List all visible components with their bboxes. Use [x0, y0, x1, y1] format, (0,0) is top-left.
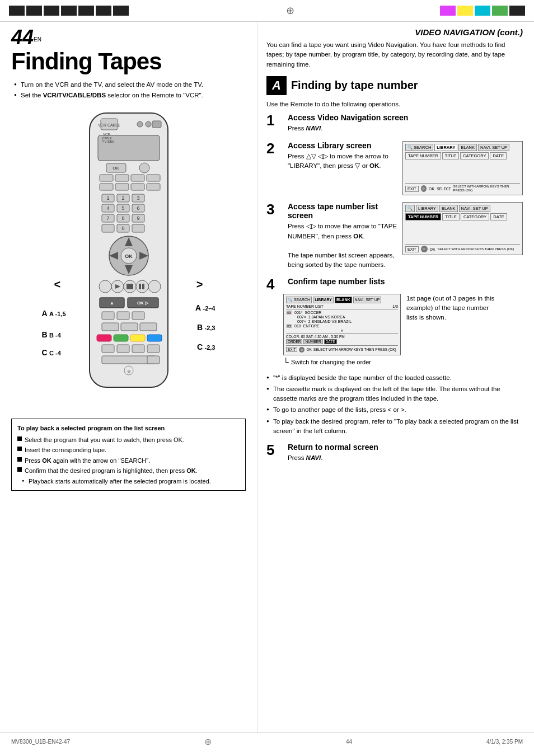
step-1-title: Access Video Navigation screen	[288, 113, 523, 122]
bar-block-6	[96, 6, 111, 16]
arrow-left-icon: <	[54, 278, 61, 291]
confirm-order-btn-1[interactable]: ORDER	[286, 339, 302, 344]
cell-tape-number: TAPE NUMBER	[405, 152, 441, 159]
screen-3-footer: EXIT ⊙ OK SELECT WITH ARROW KEYS THEN PR…	[405, 244, 520, 252]
confirm-scroll: ▼	[286, 328, 398, 333]
confirm-item-4: 📼 010 ENTORE	[286, 324, 398, 328]
svg-text:*TV /DBS: *TV /DBS	[102, 140, 114, 143]
step-1-content: Access Video Navigation screen Press NAV…	[288, 113, 523, 133]
screen3-ok-icon: ⊙	[421, 246, 428, 252]
compass-icon: ⊕	[286, 4, 294, 17]
tab-library: LIBRARY	[434, 144, 457, 151]
item4-icon: 📼	[286, 324, 292, 328]
step-4-note: 1st page (out of 3 pages in this example…	[406, 294, 499, 323]
svg-text:OK ▷: OK ▷	[137, 300, 148, 306]
item3-num: 007×	[297, 320, 306, 323]
item3-spacer	[286, 320, 295, 323]
color-block-dark	[509, 6, 525, 16]
screen3-tab-library: LIBRARY	[416, 205, 438, 212]
bullet-square-4	[17, 467, 22, 472]
screen3-ok-label: OK	[430, 247, 435, 251]
intro-bullet-1: Turn on the VCR and the TV, and select t…	[14, 80, 246, 89]
svg-point-55	[148, 280, 161, 293]
bar-block-4	[61, 6, 77, 16]
color-block-yellow	[457, 6, 473, 16]
svg-text:2: 2	[121, 195, 124, 201]
step-1-body: Press NAVI.	[288, 124, 523, 133]
color-block-magenta	[440, 6, 456, 16]
step-5-number: 5	[266, 443, 283, 457]
label-c4: C C -4	[42, 348, 61, 357]
svg-rect-39	[132, 224, 144, 232]
svg-text:VCR CABLE: VCR CABLE	[98, 123, 120, 127]
remote-svg: VCR CABLE OK	[62, 107, 196, 398]
select-instruction: SELECT WITH ARROW KEYS THEN PRESS (OK)	[453, 185, 521, 192]
tab-navi-setup: NAVI. SET UP	[478, 144, 509, 151]
screen-2-header: 🔍 SEARCH LIBRARY BLANK NAVI. SET UP	[405, 144, 520, 151]
svg-rect-64	[121, 323, 138, 331]
screen3-cell-date: DATE	[490, 213, 507, 220]
svg-rect-16	[131, 184, 144, 190]
right-bullet-2: The cassette mark is displayed on the le…	[266, 384, 523, 404]
ctab-search: 🔍 SEARCH	[286, 297, 312, 303]
svg-rect-36	[102, 224, 114, 232]
step-3-number: 3	[266, 202, 283, 217]
svg-rect-66	[97, 335, 111, 341]
info-box-item-4: Confirm that the desired program is high…	[17, 466, 240, 476]
section-a-letter: A	[272, 78, 281, 93]
step-4-details: 🔍 SEARCH LIBRARY BLANK NAVI. SET UP TAPE…	[283, 294, 523, 355]
bar-block-7	[113, 6, 129, 16]
select-label: SELECT	[437, 187, 451, 191]
info-box-item-2: Insert the corresponding tape.	[17, 445, 240, 455]
svg-text:VCR: VCR	[103, 133, 110, 136]
bottom-compass-icon: ⊕	[204, 736, 212, 747]
confirm-page: 1/3	[392, 304, 398, 308]
svg-text:5: 5	[121, 205, 124, 211]
svg-rect-14	[100, 184, 113, 190]
confirm-footer-buttons: ORDER NUMBER DATE	[286, 339, 398, 344]
tab-search: 🔍 SEARCH	[405, 144, 433, 151]
step-3-screen: 🔍 LIBRARY BLANK NAVI. SET UP TAPE NUMBER…	[402, 202, 523, 255]
cf-ok-icon: ⊙	[299, 347, 305, 353]
svg-rect-60	[102, 312, 114, 320]
info-box-title: To play back a selected program on the l…	[17, 424, 240, 433]
item1-num: 001*	[294, 311, 302, 314]
screen-2-content-area	[405, 161, 520, 183]
confirm-tape-number-list-label: TAPE NUMBER LIST	[286, 304, 324, 308]
svg-rect-63	[102, 323, 119, 331]
info-box-item-3: Press OK again with the arrow on "SEARCH…	[17, 456, 240, 466]
confirm-screen-footer: EXIT ⊙ OK SELECT WITH ARROW KEYS THEN PR…	[286, 345, 398, 353]
cf-exit: EXIT	[286, 347, 297, 352]
section-title: VIDEO NAVIGATION (cont.)	[415, 23, 523, 37]
svg-text:6: 6	[137, 205, 139, 211]
screen-3-content-area	[405, 222, 520, 244]
confirm-item-3: 007× 2 ENGLAND VS BRAZIL	[286, 320, 398, 323]
bar-block-2	[26, 6, 42, 16]
item3-title: 2 ENGLAND VS BRAZIL	[308, 320, 352, 323]
item1-icon: 📼	[286, 311, 292, 314]
svg-text:⊕: ⊕	[127, 369, 130, 374]
cf-instruction: SELECT WITH ARROW KEYS THEN PRESS (OK)	[313, 348, 396, 351]
svg-text:0: 0	[121, 226, 124, 231]
screen3-cell-title: TITLE	[442, 213, 459, 220]
svg-point-47	[99, 280, 111, 293]
svg-rect-67	[114, 335, 128, 341]
confirm-order-btn-2[interactable]: NUMBER	[303, 339, 322, 344]
step-4-title: Confirm tape number lists	[288, 277, 523, 286]
step-5: 5 Return to normal screen Press NAVI.	[266, 443, 523, 463]
step-2-number: 2	[266, 141, 283, 156]
remote-diagram: < > VCR CABLE OK	[42, 107, 216, 410]
svg-text:9: 9	[137, 215, 139, 221]
confirm-order-btn-3[interactable]: DATE	[324, 339, 337, 344]
cell-title: TITLE	[442, 152, 459, 159]
screen3-tab-navi: NAVI. SET UP	[459, 205, 490, 212]
svg-text:OK: OK	[113, 166, 119, 171]
item2-spacer	[286, 315, 295, 319]
bottom-bar: MV8300_U1B-EN42-47 ⊕ 44 4/1/3, 2:35 PM	[0, 732, 534, 750]
svg-text:8: 8	[121, 215, 124, 221]
screen-3-header: 🔍 LIBRARY BLANK NAVI. SET UP	[405, 205, 520, 212]
section-a-box: A	[266, 76, 287, 95]
bar-block-1	[9, 6, 25, 16]
confirm-screen-mock: 🔍 SEARCH LIBRARY BLANK NAVI. SET UP TAPE…	[283, 294, 401, 355]
ctab-blank: BLANK	[335, 297, 352, 303]
